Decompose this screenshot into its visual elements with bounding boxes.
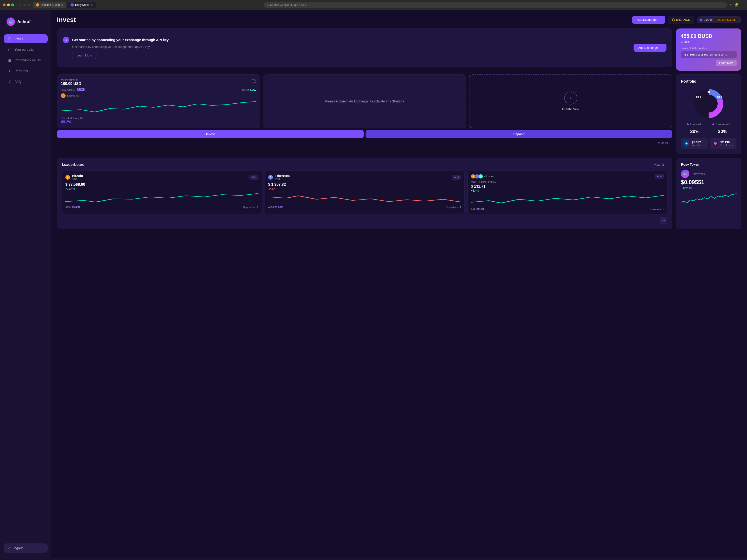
lb-eth-row: Ξ Ethereum ETH Add — [268, 174, 461, 181]
portfolio-menu-button[interactable]: ··· — [733, 79, 737, 83]
card-buttons: Invest Deposit — [57, 130, 672, 138]
learn-more-button[interactable]: Learn More — [72, 52, 96, 59]
banner-add-exchange-label: Add Exchange → — [638, 46, 662, 50]
strategy-portfolio-section: My Investment 100.00 USD X% ROY Total As… — [57, 75, 741, 154]
roi-label: ROY — [252, 81, 256, 83]
sidebar-item-faq[interactable]: ? FAQ — [4, 77, 48, 86]
header-right: Add Exchange → ⬡ BINANCE 0.0ETH 0xC43f..… — [632, 16, 741, 24]
sidebar-item-referrals[interactable]: ✦ Referrals — [4, 66, 48, 75]
invested-metric: 💠 $5.382 Invested — [681, 138, 708, 149]
invested-dot — [687, 124, 689, 125]
copy-icon[interactable]: ⧉ — [725, 53, 727, 56]
sidebar-item-label-vaults: Community Vaults — [15, 58, 41, 62]
lb-multi-row: ₿ Ξ ◎ +4 more Add — [471, 174, 664, 179]
risk-label: RISK: — [242, 88, 249, 91]
vaults-icon: ◼ — [7, 58, 12, 62]
svg-point-4 — [707, 91, 710, 93]
logo-text: Achraf — [17, 19, 31, 24]
connect-exchange-text: Please Connect An Exchange To activate t… — [325, 99, 404, 104]
minimize-dot[interactable] — [7, 3, 10, 6]
binance-label: BINANCE — [676, 18, 690, 22]
add-exchange-button[interactable]: Add Exchange → — [632, 16, 665, 24]
logout-button[interactable]: ↩ Logout — [4, 543, 48, 553]
leaderboard-next-button[interactable]: → — [660, 217, 667, 224]
rosy-token-price: $0.09551 — [681, 179, 737, 186]
lb-item-eth: Ξ Ethereum ETH Add $ 1.367,82 -0,2% — [265, 170, 465, 214]
btc-change: +12,4% — [66, 187, 258, 190]
create-new-button[interactable]: + — [564, 91, 577, 105]
back-button[interactable]: ‹ — [16, 3, 18, 7]
extensions-icon[interactable]: 🧩 — [735, 3, 739, 7]
multi-add-button[interactable]: Add — [654, 174, 664, 179]
eth-coin-icon: Ξ — [268, 175, 273, 180]
wallet-badge: 0.0ETH 0xC43f...596D06 — [697, 16, 741, 23]
leaderboard-nav: → — [62, 217, 667, 224]
tab-close-rosywhale[interactable]: ✕ — [91, 4, 93, 6]
btc-add-button[interactable]: Add — [249, 175, 258, 180]
btc-amu-label: AMU — [66, 206, 71, 209]
reload-button[interactable]: ↻ — [23, 3, 26, 7]
btc-depositors: Depositors 1 — [243, 206, 258, 209]
portfolio-icon: ◻ — [7, 47, 12, 52]
banner-add-exchange-button[interactable]: Add Exchange → — [634, 44, 667, 52]
create-new-label: Create New — [562, 107, 579, 111]
free-assets-metric-label: Free Assets — [720, 144, 733, 146]
multi-dep-label: Depositors — [648, 208, 661, 211]
sidebar-item-portfolio[interactable]: ◻ Your portfolio — [4, 45, 48, 54]
rosy-token-change: +102,4% — [681, 186, 737, 190]
maximize-dot[interactable] — [11, 3, 14, 6]
strategy-card-1: My Investment 100.00 USD X% ROY Total As… — [57, 75, 260, 128]
free-stat: 30% — [718, 129, 727, 134]
sidebar: 🐳 Achraf ⬡ Invest ◻ Your portfolio ◼ Com… — [0, 10, 51, 558]
leaderboard-grid: ₿ Bitcoin BTC Add $ 33,568,60 +12,4% — [62, 170, 667, 214]
deposit-button[interactable]: Deposit — [365, 130, 672, 138]
forward-button[interactable]: › — [20, 3, 21, 7]
wallet-address-text: f51f5e6sf1es56esf154esfss8 — [684, 53, 724, 56]
rosy-token-title: Rosy Token — [681, 163, 737, 166]
more-icon[interactable]: ⋮ — [741, 3, 744, 7]
sidebar-spacer — [4, 88, 48, 541]
multi-amu-label: AMU — [471, 208, 476, 211]
view-all-link[interactable]: View All → — [57, 140, 672, 145]
tab-icon-onbikee — [36, 3, 39, 6]
btc-amu: AMU $3.68K — [66, 206, 80, 209]
invest-button[interactable]: Invest — [57, 130, 364, 138]
bookmark-icon[interactable]: ☆ — [729, 3, 732, 7]
invested-pct: 20% — [690, 129, 699, 134]
coin-row: ₿ Bitcoin btc — [61, 93, 256, 98]
step-number: 1 — [63, 37, 69, 43]
invest-icon: ⬡ — [7, 37, 12, 41]
logout-icon: ↩ — [7, 546, 10, 550]
view-all-label: View All → — [658, 141, 672, 144]
free-assets-label: Free Assets — [713, 123, 730, 126]
create-new-card[interactable]: + Create New — [469, 75, 672, 128]
home-button[interactable]: ⌂ — [28, 3, 30, 7]
multi-change: +2,4% — [471, 189, 664, 192]
plus-icon: + — [569, 95, 572, 101]
tab-rosywhale[interactable]: RosyWhale ✕ — [67, 2, 96, 8]
sidebar-item-vaults[interactable]: ◼ Community Vaults — [4, 56, 48, 64]
leaderboard-card: Leaderboard View All → ₿ Bitcoin BTC — [57, 158, 672, 229]
free-label-text: Free Assets — [716, 123, 730, 126]
leaderboard-view-all[interactable]: View All → — [654, 163, 667, 166]
btc-coin-icon: ₿ — [66, 175, 70, 180]
roi-badge: X% ROY — [252, 78, 256, 83]
sidebar-item-label-referrals: Referrals — [15, 69, 28, 73]
more-coins-count: +4 more — [484, 175, 493, 178]
tab-onbikee[interactable]: Onbikee Studio ✕ — [33, 2, 66, 8]
eth-add-button[interactable]: Add — [452, 175, 461, 180]
eth-dep-label: Depositors — [446, 206, 458, 209]
portfolio-card: Portfolio ··· — [676, 75, 741, 154]
wallet-address-label: Payment Wallet address — [681, 47, 737, 50]
address-bar[interactable]: G Search Google or type a URL — [263, 2, 727, 8]
credits-learn-more-button[interactable]: Learn More — [716, 60, 737, 66]
close-dot[interactable] — [3, 3, 6, 6]
tab-close-onbikee[interactable]: ✕ — [61, 4, 63, 6]
page-header: Invest Add Exchange → ⬡ BINANCE 0.0ETH 0… — [57, 16, 741, 24]
logout-label: Logout — [12, 546, 23, 550]
new-tab-button[interactable]: + — [98, 3, 100, 7]
lb-eth-info: Ξ Ethereum ETH — [268, 174, 290, 181]
sidebar-item-invest[interactable]: ⬡ Invest — [4, 34, 48, 43]
donut-labels: Invested Free Assets — [681, 123, 737, 126]
banner: 1 Get started by connecting your exchang… — [57, 28, 672, 67]
